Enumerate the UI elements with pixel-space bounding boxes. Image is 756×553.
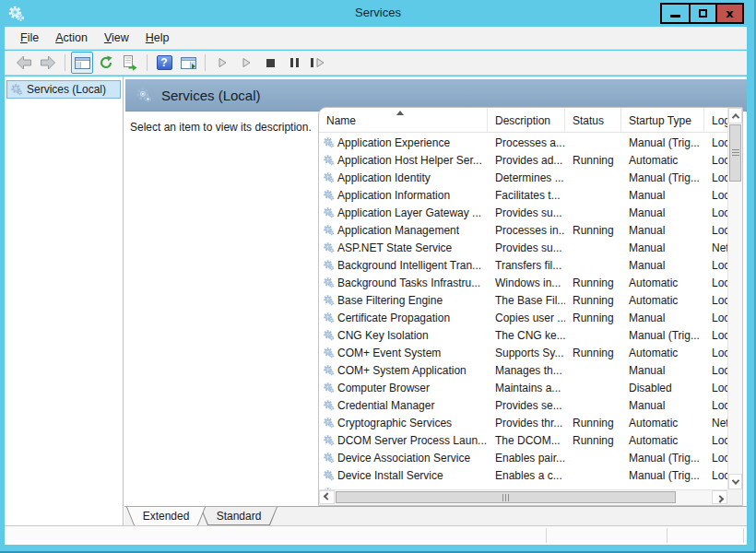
tab-extended[interactable]: Extended — [126, 507, 206, 525]
service-name: COM+ System Application — [337, 364, 488, 377]
service-row[interactable]: Application Host Helper Ser...Provides a… — [319, 151, 727, 169]
service-row[interactable]: Cryptographic ServicesProvides thr...Run… — [319, 414, 727, 431]
service-log-on-as: Loc — [704, 329, 727, 342]
minimize-button[interactable] — [662, 5, 689, 22]
service-description: Enables a c... — [488, 469, 565, 482]
horizontal-scrollbar[interactable] — [319, 489, 727, 505]
service-row[interactable]: DCOM Server Process Laun...The DCOM...Ru… — [319, 431, 727, 449]
service-log-on-as: Loc — [704, 154, 727, 167]
start-service-icon — [216, 56, 229, 69]
service-row[interactable]: Application ExperienceProcesses a...Manu… — [319, 134, 727, 151]
menu-help[interactable]: Help — [137, 27, 178, 49]
status-bar-separator — [743, 528, 744, 543]
services-list-view: Name Description Status Startup Type Log… — [318, 107, 743, 506]
service-log-on-as: Loc — [704, 189, 727, 202]
scroll-left-button[interactable] — [319, 490, 335, 504]
column-header-status[interactable]: Status — [565, 108, 621, 132]
show-action-pane-button[interactable] — [177, 52, 199, 74]
column-header-description[interactable]: Description — [488, 108, 565, 132]
service-startup-type: Manual (Trig... — [621, 136, 704, 149]
status-bar-separator — [546, 528, 547, 543]
service-startup-type: Manual — [621, 312, 704, 324]
service-row[interactable]: Base Filtering EngineThe Base Fil...Runn… — [319, 291, 727, 309]
service-row[interactable]: Computer BrowserMaintains a...DisabledLo… — [319, 379, 727, 396]
service-name: Background Tasks Infrastru... — [337, 276, 488, 289]
menu-action[interactable]: Action — [47, 27, 96, 49]
export-list-button[interactable] — [119, 52, 141, 74]
service-log-on-as: Loc — [704, 312, 727, 324]
service-description: Provides thr... — [488, 417, 565, 429]
resume-service-icon — [240, 56, 253, 69]
service-gears-icon — [323, 312, 335, 324]
service-status: Running — [565, 276, 621, 289]
help-button[interactable]: ? — [153, 52, 175, 74]
restart-service-button[interactable] — [307, 52, 329, 74]
service-log-on-as: Loc — [704, 136, 727, 149]
service-row[interactable]: COM+ Event SystemSupports Sy...RunningAu… — [319, 344, 727, 361]
service-log-on-as: Loc — [704, 434, 727, 447]
description-hint: Select an item to view its description. — [130, 121, 312, 134]
close-button[interactable]: x — [715, 5, 742, 22]
service-row[interactable]: COM+ System ApplicationManages th...Manu… — [319, 361, 727, 379]
show-console-tree-button[interactable] — [71, 52, 93, 74]
service-row[interactable]: Device Association ServiceEnables pair..… — [319, 449, 727, 466]
scroll-down-button[interactable] — [728, 474, 742, 489]
column-header-log-on-as[interactable]: Log — [704, 108, 727, 132]
horizontal-scroll-thumb[interactable] — [336, 491, 676, 503]
service-status: Running — [565, 417, 621, 429]
menu-view[interactable]: View — [96, 27, 137, 49]
toolbar-separator — [205, 54, 206, 71]
tree-item-services-local[interactable]: Services (Local) — [6, 80, 121, 99]
service-row[interactable]: ASP.NET State ServiceProvides su...Manua… — [319, 239, 727, 256]
service-description: The CNG ke... — [488, 329, 565, 342]
title-bar[interactable]: Services x — [0, 0, 756, 27]
service-row[interactable]: Credential ManagerProvides se...ManualLo… — [319, 396, 727, 414]
service-status: Running — [565, 294, 621, 307]
forward-button[interactable] — [37, 52, 59, 74]
toolbar-separator — [147, 54, 148, 71]
service-startup-type: Manual (Trig... — [621, 171, 704, 184]
vertical-scroll-thumb[interactable] — [729, 124, 741, 182]
resume-service-button[interactable] — [235, 52, 257, 74]
refresh-button[interactable] — [95, 52, 117, 74]
service-row[interactable]: CNG Key IsolationThe CNG ke...Manual (Tr… — [319, 326, 727, 344]
service-row[interactable]: Application ManagementProcesses in...Run… — [319, 221, 727, 239]
pause-service-button[interactable] — [283, 52, 305, 74]
back-button[interactable] — [13, 52, 35, 74]
service-name: Application Identity — [337, 171, 488, 184]
service-gears-icon — [323, 417, 335, 429]
column-header-name[interactable]: Name — [319, 108, 488, 132]
service-log-on-as: Loc — [704, 382, 727, 394]
service-row[interactable]: Certificate PropagationCopies user ...Ru… — [319, 309, 727, 326]
service-gears-icon — [323, 469, 335, 481]
service-row[interactable]: Application IdentityDetermines ...Manual… — [319, 169, 727, 186]
menu-file[interactable]: File — [12, 27, 47, 49]
service-startup-type: Automatic — [621, 294, 704, 307]
service-row[interactable]: Background Tasks Infrastru...Windows in.… — [319, 274, 727, 291]
vertical-scrollbar[interactable] — [727, 108, 742, 489]
service-description: Maintains a... — [488, 382, 565, 394]
service-gears-icon — [136, 87, 152, 103]
service-description: Transfers fil... — [488, 259, 565, 272]
service-gears-icon — [323, 259, 335, 271]
service-row[interactable]: Background Intelligent Tran...Transfers … — [319, 256, 727, 274]
console-tree-icon — [75, 57, 90, 69]
service-name: Application Experience — [337, 136, 488, 149]
scroll-right-button[interactable] — [712, 490, 727, 504]
tab-standard[interactable]: Standard — [200, 507, 278, 525]
restart-service-icon — [311, 57, 325, 68]
service-row[interactable]: Device Install ServiceEnables a c...Manu… — [319, 466, 727, 484]
service-name: Device Association Service — [337, 452, 488, 465]
scrollbar-corner — [727, 489, 742, 505]
service-startup-type: Manual — [621, 241, 704, 254]
column-header-startup-type[interactable]: Startup Type — [621, 108, 704, 132]
start-service-button[interactable] — [211, 52, 233, 74]
stop-service-button[interactable] — [259, 52, 281, 74]
service-row[interactable]: Application InformationFacilitates t...M… — [319, 186, 727, 204]
scroll-up-button[interactable] — [728, 108, 742, 124]
maximize-button[interactable] — [689, 5, 715, 22]
service-name: Application Host Helper Ser... — [337, 154, 488, 167]
service-description: Windows in... — [488, 276, 565, 289]
service-gears-icon — [323, 399, 335, 411]
service-row[interactable]: Application Layer Gateway ...Provides su… — [319, 204, 727, 221]
